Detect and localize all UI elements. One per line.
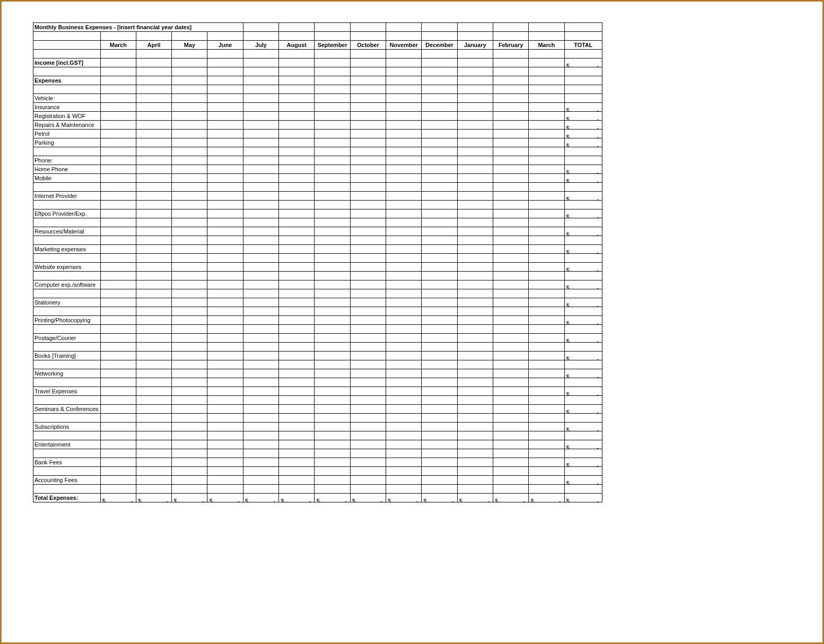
cell[interactable]: [493, 352, 528, 360]
cell[interactable]: [172, 476, 207, 485]
cell[interactable]: [529, 58, 564, 67]
cell[interactable]: [529, 298, 564, 307]
cell[interactable]: [422, 227, 457, 236]
cell[interactable]: [529, 138, 564, 147]
cell[interactable]: [350, 58, 386, 67]
cell[interactable]: [100, 280, 136, 289]
cell[interactable]: [386, 387, 422, 396]
cell[interactable]: [279, 156, 315, 165]
cell[interactable]: [529, 458, 564, 467]
cell[interactable]: [422, 280, 457, 289]
cell[interactable]: [315, 103, 350, 112]
cell[interactable]: [279, 227, 315, 236]
money-cell[interactable]: $-: [564, 387, 602, 396]
cell[interactable]: [207, 405, 243, 414]
cell[interactable]: [457, 192, 493, 201]
cell[interactable]: [315, 458, 350, 467]
cell[interactable]: [207, 369, 243, 378]
cell[interactable]: [386, 245, 422, 254]
cell[interactable]: [136, 156, 171, 165]
cell[interactable]: [315, 76, 350, 85]
cell[interactable]: [493, 458, 528, 467]
cell[interactable]: [136, 192, 171, 201]
cell[interactable]: [315, 130, 350, 138]
cell[interactable]: [529, 192, 564, 201]
cell[interactable]: [100, 298, 136, 307]
cell[interactable]: [386, 58, 422, 67]
cell[interactable]: [279, 263, 315, 272]
cell[interactable]: [243, 458, 278, 467]
cell[interactable]: [207, 192, 243, 201]
money-cell[interactable]: $-: [564, 334, 602, 343]
cell[interactable]: [172, 316, 207, 325]
money-cell[interactable]: $-: [564, 192, 602, 201]
cell[interactable]: [243, 263, 278, 272]
cell[interactable]: [100, 174, 136, 183]
money-cell[interactable]: $-: [386, 494, 422, 502]
money-cell[interactable]: $-: [457, 494, 493, 502]
cell[interactable]: [529, 263, 564, 272]
cell[interactable]: [350, 369, 386, 378]
cell[interactable]: [422, 298, 457, 307]
money-cell[interactable]: $-: [564, 58, 602, 67]
cell[interactable]: [386, 209, 422, 218]
cell[interactable]: [386, 227, 422, 236]
cell[interactable]: [279, 209, 315, 218]
cell[interactable]: [315, 369, 350, 378]
cell[interactable]: [172, 156, 207, 165]
money-cell[interactable]: $-: [564, 494, 602, 502]
cell[interactable]: [350, 298, 386, 307]
cell[interactable]: [279, 245, 315, 254]
money-cell[interactable]: $-: [564, 369, 602, 378]
cell[interactable]: [350, 405, 386, 414]
cell[interactable]: [172, 192, 207, 201]
cell[interactable]: [493, 245, 528, 254]
cell[interactable]: [529, 423, 564, 431]
cell[interactable]: [422, 165, 457, 174]
cell[interactable]: [315, 316, 350, 325]
cell[interactable]: [243, 165, 278, 174]
cell[interactable]: [386, 458, 422, 467]
cell[interactable]: [243, 94, 278, 103]
cell[interactable]: [207, 165, 243, 174]
cell[interactable]: [457, 369, 493, 378]
cell[interactable]: [207, 76, 243, 85]
cell[interactable]: [243, 316, 278, 325]
cell[interactable]: [422, 316, 457, 325]
cell[interactable]: [100, 227, 136, 236]
cell[interactable]: [207, 280, 243, 289]
cell[interactable]: [207, 352, 243, 360]
cell[interactable]: [350, 165, 386, 174]
cell[interactable]: [350, 76, 386, 85]
cell[interactable]: [315, 334, 350, 343]
cell[interactable]: [457, 76, 493, 85]
cell[interactable]: [315, 352, 350, 360]
cell[interactable]: [136, 58, 171, 67]
cell[interactable]: [279, 458, 315, 467]
money-cell[interactable]: $-: [564, 458, 602, 467]
cell[interactable]: [207, 209, 243, 218]
cell[interactable]: [422, 245, 457, 254]
cell[interactable]: [493, 138, 528, 147]
cell[interactable]: [529, 387, 564, 396]
money-cell[interactable]: $-: [564, 245, 602, 254]
cell[interactable]: [243, 76, 278, 85]
cell[interactable]: [100, 130, 136, 138]
cell[interactable]: [243, 423, 278, 431]
cell[interactable]: [243, 245, 278, 254]
cell[interactable]: [422, 138, 457, 147]
cell[interactable]: [350, 334, 386, 343]
cell[interactable]: [457, 103, 493, 112]
cell[interactable]: [350, 245, 386, 254]
cell[interactable]: [422, 440, 457, 449]
cell[interactable]: [207, 58, 243, 67]
cell[interactable]: [422, 156, 457, 165]
cell[interactable]: [386, 130, 422, 138]
cell[interactable]: [457, 423, 493, 431]
cell[interactable]: [279, 103, 315, 112]
cell[interactable]: [207, 174, 243, 183]
cell[interactable]: [493, 76, 528, 85]
cell[interactable]: [422, 476, 457, 485]
cell[interactable]: [100, 209, 136, 218]
money-cell[interactable]: $-: [564, 112, 602, 121]
